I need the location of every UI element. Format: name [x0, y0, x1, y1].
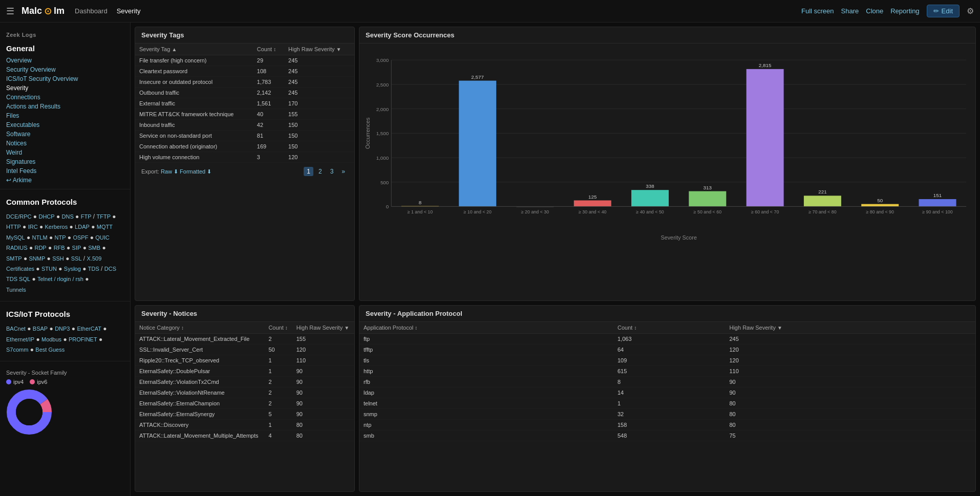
- nav-dashboard[interactable]: Dashboard: [75, 7, 108, 15]
- proto-ftp[interactable]: FTP: [81, 213, 92, 220]
- bar-4[interactable]: [631, 190, 669, 206]
- export-raw[interactable]: Raw ⬇: [161, 168, 178, 175]
- proto-tds-dcs[interactable]: DCS: [104, 266, 116, 272]
- export-formatted[interactable]: Formatted ⬇: [180, 168, 211, 175]
- table-row: EternalSafety::DoublePulsar190: [135, 365, 354, 376]
- col-app-high-raw[interactable]: High Raw Severity ▼: [725, 322, 975, 334]
- nav-severity[interactable]: Severity: [117, 7, 141, 15]
- bar-3[interactable]: [574, 200, 611, 206]
- menu-icon[interactable]: ☰: [6, 6, 14, 17]
- page-3[interactable]: 3: [327, 167, 337, 176]
- sidebar-item-security-overview[interactable]: Security Overview: [0, 65, 130, 74]
- proto-http[interactable]: HTTP: [6, 224, 21, 230]
- proto-sip[interactable]: SIP: [72, 245, 81, 251]
- notice-high-raw: 90: [292, 387, 354, 398]
- tag-name: Inbound traffic: [135, 120, 253, 131]
- sidebar-item-software[interactable]: Software: [0, 130, 130, 139]
- proto-ethernet-ip[interactable]: Ethernet/IP: [6, 336, 34, 342]
- proto-smb[interactable]: SMB: [88, 245, 100, 251]
- proto-kerberos[interactable]: Kerberos: [45, 224, 68, 230]
- proto-stun[interactable]: STUN: [41, 266, 57, 272]
- proto-tftp[interactable]: TFTP: [96, 213, 111, 220]
- reporting-button[interactable]: Reporting: [890, 7, 919, 15]
- proto-snmp[interactable]: SNMP: [29, 255, 45, 262]
- sidebar-item-overview[interactable]: Overview: [0, 56, 130, 65]
- app-protocol-body: ftp1,063245tfftp64120tls109120http615110…: [359, 333, 975, 441]
- share-button[interactable]: Share: [841, 7, 859, 15]
- proto-ldap[interactable]: LDAP: [75, 224, 90, 230]
- sidebar-item-connections[interactable]: Connections: [0, 93, 130, 102]
- proto-best-guess[interactable]: Best Guess: [35, 347, 65, 353]
- proto-ntp[interactable]: NTP: [54, 234, 66, 241]
- proto-certificates[interactable]: Certificates: [6, 266, 34, 272]
- clone-button[interactable]: Clone: [866, 7, 883, 15]
- fullscreen-button[interactable]: Full screen: [801, 7, 834, 15]
- proto-ospf[interactable]: OSPF: [73, 234, 88, 241]
- proto-syslog[interactable]: Syslog: [64, 266, 81, 272]
- proto-bacnet[interactable]: BACnet: [6, 326, 26, 332]
- col-notice-count[interactable]: Count ↕: [264, 322, 292, 334]
- sidebar-item-intel-feeds[interactable]: Intel Feeds: [0, 166, 130, 176]
- sidebar-item-weird[interactable]: Weird: [0, 148, 130, 157]
- svg-text:Severity Score: Severity Score: [661, 234, 697, 241]
- tag-high-raw: 150: [284, 131, 354, 141]
- proto-smtp[interactable]: SMTP: [6, 255, 22, 262]
- sidebar-item-arkime[interactable]: ↩ Arkime: [0, 176, 130, 185]
- proto-dnp3[interactable]: DNP3: [55, 326, 70, 332]
- tag-name: Outbound traffic: [135, 88, 253, 98]
- proto-dhcp[interactable]: DHCP: [38, 213, 54, 220]
- sidebar-item-files[interactable]: Files: [0, 111, 130, 120]
- proto-profinet[interactable]: PROFINET: [69, 336, 97, 342]
- proto-rfb[interactable]: RFB: [54, 245, 65, 251]
- page-next[interactable]: »: [338, 167, 348, 176]
- proto-modbus[interactable]: Modbus: [41, 336, 61, 342]
- col-count[interactable]: Count ↕: [253, 44, 284, 55]
- col-app-count[interactable]: Count ↕: [613, 322, 725, 334]
- col-notice-high-raw[interactable]: High Raw Severity ▼: [292, 322, 354, 334]
- proto-tunnels[interactable]: Tunnels: [6, 287, 26, 293]
- proto-dce-rpc[interactable]: DCE/RPC: [6, 213, 32, 220]
- page-2[interactable]: 2: [315, 167, 325, 176]
- proto-ethercat[interactable]: EtherCAT: [77, 326, 101, 332]
- col-app-protocol[interactable]: Application Protocol ↕: [359, 322, 613, 334]
- proto-radius[interactable]: RADIUS: [6, 245, 28, 251]
- proto-mysql[interactable]: MySQL: [6, 234, 25, 241]
- page-1[interactable]: 1: [304, 167, 313, 176]
- bar-1[interactable]: [459, 81, 496, 207]
- proto-dns[interactable]: DNS: [62, 213, 74, 220]
- app-proto-high-raw: 75: [725, 430, 975, 441]
- col-notice-category[interactable]: Notice Category ↕: [135, 322, 264, 334]
- bar-8[interactable]: [861, 204, 899, 207]
- col-high-raw[interactable]: High Raw Severity ▼: [284, 44, 354, 55]
- proto-irc[interactable]: IRC: [28, 224, 38, 230]
- proto-ntlm[interactable]: NTLM: [32, 234, 48, 241]
- proto-mqtt[interactable]: MQTT: [97, 224, 113, 230]
- sidebar-item-notices[interactable]: Notices: [0, 139, 130, 148]
- settings-icon[interactable]: ⚙: [967, 6, 974, 16]
- proto-x509[interactable]: X.509: [87, 255, 102, 262]
- table-row: http615110: [359, 365, 975, 376]
- proto-ssh[interactable]: SSH: [52, 255, 64, 262]
- bar-7[interactable]: [804, 196, 841, 206]
- proto-tds-sql[interactable]: TDS SQL: [6, 276, 30, 282]
- tag-count: 1,783: [253, 77, 284, 88]
- bar-9[interactable]: [919, 199, 956, 206]
- bar-5[interactable]: [689, 191, 726, 207]
- notice-high-raw: 120: [292, 344, 354, 355]
- proto-tds[interactable]: TDS: [88, 266, 99, 272]
- col-severity-tag[interactable]: Severity Tag ▲: [135, 44, 253, 55]
- proto-ssl[interactable]: SSL: [71, 255, 82, 262]
- sidebar-item-signatures[interactable]: Signatures: [0, 157, 130, 166]
- bar-6[interactable]: [747, 69, 784, 206]
- proto-rdp[interactable]: RDP: [34, 245, 46, 251]
- proto-s7comm[interactable]: S7comm: [6, 347, 28, 353]
- proto-bsap[interactable]: BSAP: [33, 326, 48, 332]
- sidebar-item-actions-results[interactable]: Actions and Results: [0, 102, 130, 111]
- sidebar-item-severity[interactable]: Severity: [0, 83, 130, 93]
- app-proto-name: http: [359, 365, 613, 376]
- proto-telnet[interactable]: Telnet / rlogin / rsh: [37, 276, 83, 282]
- edit-button[interactable]: ✏ Edit: [927, 5, 960, 17]
- sidebar-item-executables[interactable]: Executables: [0, 120, 130, 130]
- proto-quic[interactable]: QUIC: [95, 234, 110, 241]
- sidebar-item-icsiot-security[interactable]: ICS/IoT Security Overview: [0, 74, 130, 83]
